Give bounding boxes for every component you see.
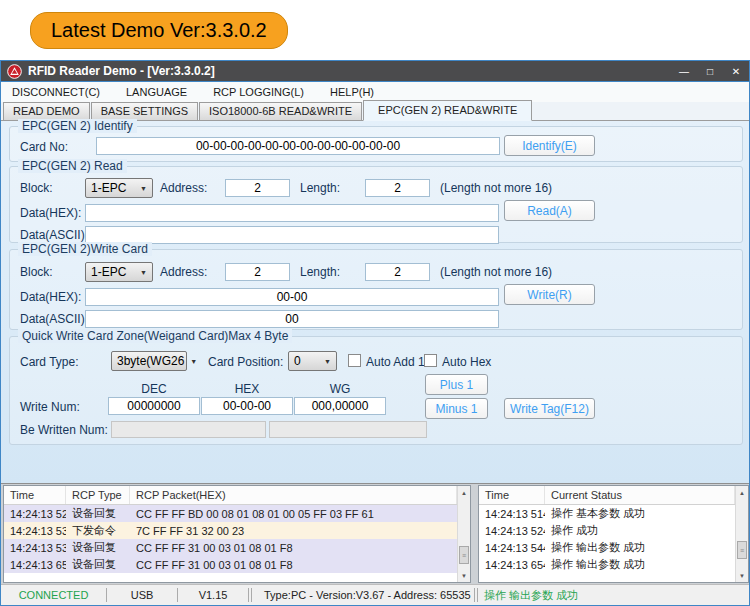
minimize-button[interactable]: —: [677, 66, 691, 77]
write-tag-button[interactable]: Write Tag(F12): [504, 398, 595, 419]
read-button[interactable]: Read(A): [504, 200, 595, 221]
page: Latest Demo Ver:3.3.0.2 RFID Reader Demo…: [0, 0, 750, 606]
auto-hex-label: Auto Hex: [442, 355, 491, 369]
scroll-up-icon[interactable]: ▲: [458, 486, 470, 499]
rcp-cell-packet: CC FF FF 31 00 03 01 08 01 F8: [130, 559, 457, 571]
rcp-cell-packet: 7C FF FF 31 32 00 23: [130, 525, 457, 537]
tab-1[interactable]: BASE SETTINGS: [91, 102, 198, 120]
card-type-value: 3byte(WG26: [117, 354, 184, 368]
rcp-log-scrollbar[interactable]: ▲ ≡ ▼: [457, 486, 470, 582]
table-row[interactable]: 14:24:13 534下发命令7C FF FF 31 32 00 23: [4, 522, 457, 539]
firmware-version: V1.15: [178, 589, 248, 601]
scroll-down-icon[interactable]: ▼: [458, 569, 470, 582]
read-address-label: Address:: [160, 181, 207, 195]
write-data-ascii-input[interactable]: [85, 310, 499, 328]
write-block-value: 1-EPC: [91, 265, 126, 279]
scrollbar-thumb[interactable]: ≡: [737, 541, 747, 559]
table-row[interactable]: 14:24:13 524操作 成功: [479, 522, 735, 539]
card-type-select[interactable]: 3byte(WG26 ▼: [111, 351, 187, 371]
rcp-cell-type: 设备回复: [66, 506, 130, 521]
status-cell-status: 操作 成功: [545, 523, 735, 538]
scroll-up-icon[interactable]: ▲: [736, 486, 748, 499]
rcp-cell-packet: CC FF FF BD 00 08 01 08 01 00 05 FF 03 F…: [130, 508, 457, 520]
group-write: EPC(GEN 2)Write Card Block: 1-EPC ▼ Addr…: [9, 249, 743, 330]
write-num-wg-input[interactable]: [294, 397, 386, 415]
auto-hex-checkbox[interactable]: [424, 354, 437, 367]
status-cell-status: 操作 输出参数 成功: [545, 557, 735, 572]
rcp-cell-type: 下发命令: [66, 523, 130, 538]
table-row[interactable]: 14:24:13 654设备回复CC FF FF 31 00 03 01 08 …: [4, 556, 457, 573]
chevron-down-icon: ▼: [134, 185, 147, 192]
minus-one-button[interactable]: Minus 1: [425, 398, 488, 419]
write-length-hint: (Length not more 16): [440, 265, 552, 279]
table-row[interactable]: 14:24:13 514操作 基本参数 成功: [479, 505, 735, 522]
write-length-label: Length:: [300, 265, 340, 279]
status-log-scrollbar[interactable]: ▲ ≡ ▼: [735, 486, 748, 582]
write-address-input[interactable]: [225, 263, 290, 281]
menu-item-2[interactable]: RCP LOGGING(L): [213, 86, 304, 98]
plus-one-button[interactable]: Plus 1: [425, 374, 488, 395]
table-row[interactable]: 14:24:13 524设备回复CC FF FF BD 00 08 01 08 …: [4, 505, 457, 522]
app-window: RFID Reader Demo - [Ver:3.3.0.2] — □ ✕ D…: [0, 60, 750, 606]
chevron-down-icon: ▼: [134, 269, 147, 276]
group-identify-title: EPC(GEN 2) Identify: [18, 119, 137, 133]
read-length-input[interactable]: [365, 179, 430, 197]
rcp-cell-time: 14:24:13 654: [4, 559, 66, 571]
tab-2[interactable]: ISO18000-6B READ&WRITE: [199, 102, 362, 120]
menu-item-0[interactable]: DISCONNECT(C): [12, 86, 100, 98]
card-no-input[interactable]: [96, 137, 500, 155]
tab-0[interactable]: READ DEMO: [3, 102, 90, 120]
rcp-cell-type: 设备回复: [66, 557, 130, 572]
rcp-header-type: RCP Type: [66, 486, 130, 504]
write-num-dec-input[interactable]: [108, 397, 200, 415]
card-type-label: Card Type:: [20, 355, 78, 369]
group-write-title: EPC(GEN 2)Write Card: [18, 242, 152, 256]
scroll-down-icon[interactable]: ▼: [736, 569, 748, 582]
read-address-input[interactable]: [225, 179, 290, 197]
status-message: 操作 输出参数 成功: [478, 588, 749, 603]
read-block-value: 1-EPC: [91, 181, 126, 195]
rcp-header-packet: RCP Packet(HEX): [130, 486, 457, 504]
write-num-label: Write Num:: [20, 400, 80, 414]
status-bar: CONNECTED USB V1.15 Type:PC - Version:V3…: [1, 584, 749, 605]
maximize-button[interactable]: □: [703, 66, 717, 77]
rcp-cell-time: 14:24:13 534: [4, 525, 66, 537]
table-row[interactable]: 14:24:13 654操作 输出参数 成功: [479, 556, 735, 573]
scrollbar-thumb[interactable]: ≡: [459, 546, 469, 564]
identify-button[interactable]: Identify(E): [504, 135, 595, 156]
table-row[interactable]: 14:24:13 534设备回复CC FF FF 31 00 03 01 08 …: [4, 539, 457, 556]
read-block-label: Block:: [20, 181, 53, 195]
status-log-table: Time Current Status 14:24:13 514操作 基本参数 …: [478, 485, 749, 583]
write-data-hex-input[interactable]: [85, 288, 499, 306]
group-identify: EPC(GEN 2) Identify Card No: Identify(E): [9, 126, 743, 162]
auto-add-checkbox[interactable]: [348, 354, 361, 367]
card-position-select[interactable]: 0 ▼: [288, 351, 337, 371]
card-no-label: Card No:: [20, 140, 68, 154]
chevron-down-icon: ▼: [318, 358, 331, 365]
dec-column-header: DEC: [108, 382, 200, 396]
read-data-hex-input[interactable]: [85, 204, 499, 222]
write-num-hex-input[interactable]: [201, 397, 293, 415]
card-position-value: 0: [294, 354, 301, 368]
rcp-cell-time: 14:24:13 534: [4, 542, 66, 554]
read-block-select[interactable]: 1-EPC ▼: [85, 178, 153, 198]
read-data-hex-label: Data(HEX):: [20, 206, 81, 220]
read-length-label: Length:: [300, 181, 340, 195]
menu-item-1[interactable]: LANGUAGE: [126, 86, 187, 98]
read-length-hint: (Length not more 16): [440, 181, 552, 195]
write-block-label: Block:: [20, 265, 53, 279]
tab-3[interactable]: EPC(GEN 2) READ&WRITE: [363, 100, 532, 121]
write-data-hex-label: Data(HEX):: [20, 290, 81, 304]
status-log-header: Time Current Status: [479, 486, 735, 505]
write-button[interactable]: Write(R): [504, 284, 595, 305]
auto-add-label: Auto Add 1: [366, 355, 425, 369]
write-length-input[interactable]: [365, 263, 430, 281]
wg-column-header: WG: [294, 382, 386, 396]
table-row[interactable]: 14:24:13 544操作 输出参数 成功: [479, 539, 735, 556]
status-cell-time: 14:24:13 514: [479, 508, 545, 520]
status-cell-status: 操作 输出参数 成功: [545, 540, 735, 555]
write-block-select[interactable]: 1-EPC ▼: [85, 262, 153, 282]
close-button[interactable]: ✕: [729, 66, 743, 77]
be-written-num-input-1: [111, 421, 266, 438]
menu-item-3[interactable]: HELP(H): [330, 86, 374, 98]
